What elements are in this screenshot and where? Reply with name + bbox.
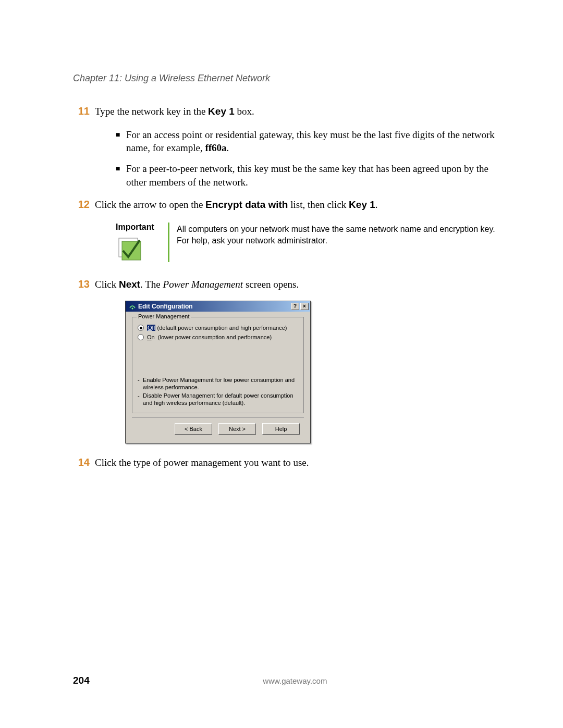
bullet-text: For an access point or residential gatew…: [126, 128, 500, 155]
radio-icon: [138, 334, 144, 340]
text: screen opens.: [243, 279, 299, 290]
page-footer: 204 www.gateway.com: [73, 675, 500, 686]
radio-on[interactable]: On (lower power consumption and performa…: [138, 334, 298, 340]
bullet-marker-icon: ■: [116, 164, 126, 189]
bullet-marker-icon: ■: [116, 130, 126, 155]
bold-label: Key 1: [349, 199, 375, 210]
important-label: Important: [116, 223, 168, 232]
back-button[interactable]: < Back: [175, 423, 212, 435]
step-number: 14: [73, 456, 90, 468]
dialog-button-row: < Back Next > Help: [132, 417, 304, 437]
text: .: [227, 142, 229, 153]
step-13: 13 Click Next. The Power Management scre…: [73, 278, 500, 292]
step-12: 12 Click the arrow to open the Encrypt d…: [73, 198, 500, 212]
dialog-close-button[interactable]: ×: [300, 303, 309, 310]
bullet-text: For a peer-to-peer network, this key mus…: [126, 162, 500, 189]
hint-item: - Enable Power Management for low power …: [138, 377, 298, 391]
text: Click: [95, 279, 119, 290]
hint-list: - Enable Power Management for low power …: [138, 377, 298, 406]
dialog-body: Power Management Off (default power cons…: [126, 312, 310, 443]
wireless-icon: [129, 303, 136, 310]
chapter-header: Chapter 11: Using a Wireless Ethernet Ne…: [73, 73, 500, 84]
document-page: Chapter 11: Using a Wireless Ethernet Ne…: [0, 0, 563, 511]
fieldset-legend: Power Management: [137, 313, 191, 319]
dialog-title: Edit Configuration: [138, 303, 193, 310]
hint-text: Enable Power Management for low power co…: [143, 377, 298, 391]
step-text: Click the arrow to open the Encrypt data…: [95, 198, 500, 212]
text: box.: [235, 106, 254, 117]
bullet-list: ■ For an access point or residential gat…: [116, 128, 500, 189]
step-14: 14 Click the type of power management yo…: [73, 456, 500, 470]
text: Click the arrow to open the: [95, 199, 205, 210]
text: For a peer-to-peer network, this key mus…: [126, 163, 488, 188]
bold-label: Key 1: [208, 106, 235, 117]
page-number: 204: [73, 675, 90, 686]
radio-off[interactable]: Off (default power consumption and high …: [138, 325, 298, 331]
checkmark-note-icon: [116, 235, 142, 261]
dash-icon: -: [138, 392, 143, 407]
radio-icon: [138, 325, 144, 331]
step-number: 12: [73, 199, 90, 211]
important-text: All computers on your network must have …: [177, 223, 500, 247]
step-text: Type the network key in the Key 1 box.: [95, 105, 500, 119]
dialog-help-button[interactable]: ?: [291, 303, 299, 310]
radio-off-label: Off: [147, 325, 155, 331]
bold-label: Next: [119, 279, 140, 290]
dash-icon: -: [138, 377, 143, 391]
text: Type the network key in the: [95, 106, 208, 117]
radio-on-desc: (lower power consumption and performance…: [158, 334, 272, 340]
important-left: Important: [116, 223, 168, 263]
dialog-screenshot: Edit Configuration ? × Power Management …: [125, 301, 500, 443]
bullet-item: ■ For a peer-to-peer network, this key m…: [116, 162, 500, 189]
dialog-titlebar: Edit Configuration ? ×: [126, 301, 310, 312]
hint-item: - Disable Power Management for default p…: [138, 392, 298, 407]
svg-point-2: [132, 308, 133, 310]
hint-text: Disable Power Management for default pow…: [143, 392, 298, 407]
step-text: Click the type of power management you w…: [95, 456, 500, 470]
text: .: [375, 199, 378, 210]
bold: ff60a: [205, 142, 226, 153]
important-callout: Important All computers on your network …: [116, 223, 500, 263]
italic-label: Power Management: [163, 279, 243, 290]
step-number: 11: [73, 105, 90, 117]
callout-divider: [168, 223, 169, 262]
step-number: 13: [73, 278, 90, 290]
power-management-fieldset: Power Management Off (default power cons…: [132, 317, 304, 413]
bold-label: Encrypt data with: [205, 199, 288, 210]
edit-configuration-dialog: Edit Configuration ? × Power Management …: [125, 301, 311, 443]
step-11: 11 Type the network key in the Key 1 box…: [73, 105, 500, 119]
step-text: Click Next. The Power Management screen …: [95, 278, 500, 292]
bullet-item: ■ For an access point or residential gat…: [116, 128, 500, 155]
radio-off-desc: (default power consumption and high perf…: [157, 325, 287, 331]
help-button[interactable]: Help: [262, 423, 300, 435]
text: . The: [140, 279, 163, 290]
next-button[interactable]: Next >: [218, 423, 256, 435]
text: For an access point or residential gatew…: [126, 129, 495, 154]
footer-url: www.gateway.com: [90, 676, 500, 685]
radio-on-label: On: [147, 334, 155, 340]
text: list, then click: [288, 199, 349, 210]
